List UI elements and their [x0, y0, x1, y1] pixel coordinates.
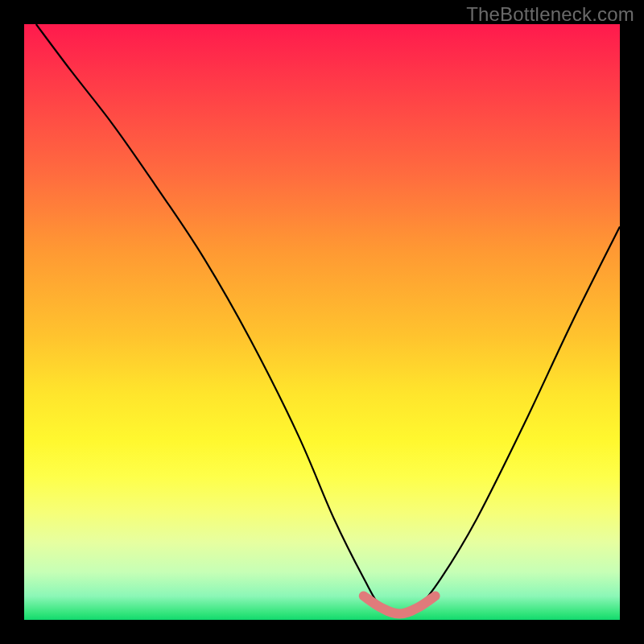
chart-svg: [24, 24, 620, 620]
plot-area: [24, 24, 620, 620]
outer-frame: TheBottleneck.com: [0, 0, 644, 644]
main-curve: [36, 24, 620, 614]
highlight-segment: [364, 596, 436, 613]
watermark-text: TheBottleneck.com: [466, 3, 634, 26]
